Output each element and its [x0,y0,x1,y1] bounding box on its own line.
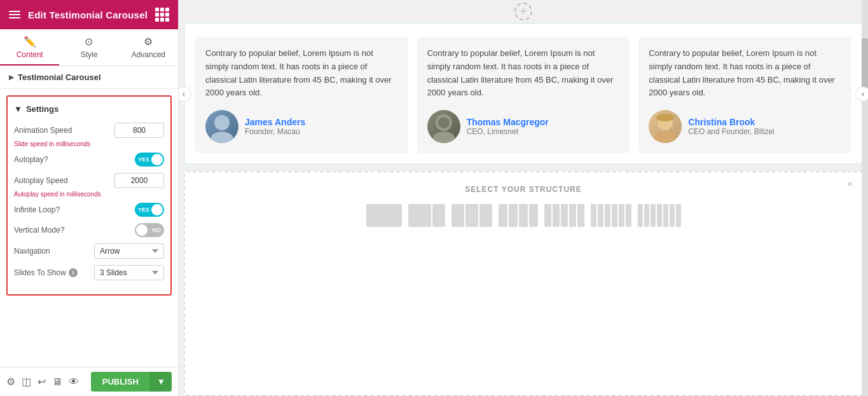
section-heading[interactable]: ▶ Testimonial Carousel [0,66,178,89]
carousel-nav-left[interactable]: ‹ [179,86,191,102]
avatar-james [205,110,238,143]
author-title-1: Founder, Macau [245,127,398,136]
autoplay-row: Autoplay? YES [14,153,164,167]
undo-icon[interactable]: ↩ [38,376,46,388]
autoplay-speed-input[interactable] [114,173,164,188]
tab-style-label: Style [81,50,98,59]
desktop-icon[interactable]: 🖥 [52,376,62,388]
carousel-card-3: Contrary to popular belief, Lorem Ipsum … [638,37,851,153]
panel-tabs: ✏️ Content ⊙ Style ⚙ Advanced [0,29,178,66]
carousel-area: ‹ Contrary to popular belief, Lorem Ipsu… [184,23,863,165]
navigation-label: Navigation [14,247,94,256]
structure-option-1col[interactable] [366,204,402,227]
avatar-christina [649,110,682,143]
scroll-thumb[interactable] [862,38,868,89]
navigation-row: Navigation Arrow Dot None [14,243,164,259]
card-text-2: Contrary to popular belief, Lorem Ipsum … [427,47,620,100]
eye-icon[interactable]: 👁 [69,376,79,388]
chevron-icon: ▶ [9,74,14,81]
structure-options [198,204,849,227]
tab-style[interactable]: ⊙ Style [59,29,118,65]
add-bar: + [179,0,868,23]
svg-point-4 [438,117,450,128]
vertical-mode-toggle-label: NO [153,227,162,233]
animation-speed-input[interactable] [114,123,164,138]
layers-icon[interactable]: ◫ [22,376,31,388]
settings-title-label: Settings [26,104,59,114]
hamburger-icon[interactable] [9,11,20,18]
animation-speed-label: Animation Speed [14,126,114,135]
left-panel: Edit Testimonial Carousel ✏️ Content ⊙ S… [0,0,179,396]
svg-point-6 [654,132,677,143]
publish-arrow-button[interactable]: ▼ [150,372,172,392]
right-panel: + ‹ Contrary to popular belief, Lorem Ip… [179,0,868,396]
card-author-2: Thomas Macgregor CEO, Limesnet [427,110,620,143]
autoplay-speed-hint: Autoplay speed in milliseconds [14,191,164,198]
close-structure-button[interactable]: × [847,179,853,190]
panel-header-title: Edit Testimonial Carousel [28,10,148,20]
slides-to-show-select[interactable]: 1 Slide 2 Slides 3 Slides 4 Slides [94,265,164,280]
author-name-1: James Anders [245,117,398,127]
add-section-button[interactable]: + [514,3,532,20]
tab-advanced-label: Advanced [132,50,165,59]
structure-option-4col[interactable] [499,204,538,227]
carousel-nav-right[interactable]: › [855,86,868,102]
carousel-card-2: Contrary to popular belief, Lorem Ipsum … [417,37,630,153]
tab-advanced[interactable]: ⚙ Advanced [119,29,178,65]
structure-option-7col[interactable] [638,204,681,227]
author-info-3: Christina Brook CEO and Founder, Bltizei [688,117,841,136]
autoplay-label: Autoplay? [14,155,135,164]
content-icon: ✏️ [24,36,36,48]
card-author-3: Christina Brook CEO and Founder, Bltizei [649,110,841,143]
slides-to-show-label: Slides To Show i [14,268,78,277]
svg-point-0 [214,115,230,130]
animation-hint: Slide speed in milliseconds [14,140,164,147]
section-heading-label: Testimonial Carousel [18,72,101,82]
vertical-mode-row: Vertical Mode? NO [14,223,164,237]
settings-title: ▼ Settings [14,104,164,114]
animation-speed-row: Animation Speed [14,123,164,138]
settings-gear-icon[interactable]: ⚙ [6,376,15,388]
vertical-mode-toggle[interactable]: NO [135,223,164,237]
autoplay-speed-row: Autoplay Speed [14,173,164,188]
style-icon: ⊙ [85,36,93,48]
bottom-toolbar: ⚙ ◫ ↩ 🖥 👁 PUBLISH ▼ [0,367,178,396]
panel-header: Edit Testimonial Carousel [0,0,178,29]
publish-button[interactable]: PUBLISH [91,372,150,392]
author-info-1: James Anders Founder, Macau [245,117,398,136]
vertical-mode-label: Vertical Mode? [14,226,135,235]
infinite-loop-toggle[interactable]: YES [135,203,164,217]
publish-btn-group: PUBLISH ▼ [91,372,172,392]
author-name-2: Thomas Macgregor [467,117,620,127]
advanced-icon: ⚙ [144,36,153,48]
scroll-bar[interactable] [862,0,868,396]
tab-content-label: Content [17,50,43,59]
grid-icon[interactable] [155,8,169,22]
structure-option-2col[interactable] [408,204,445,227]
avatar-thomas [427,110,460,143]
carousel-card-1: Contrary to popular belief, Lorem Ipsum … [195,37,408,153]
autoplay-toggle-label: YES [138,156,149,163]
infinite-loop-row: Infinite Loop? YES [14,203,164,217]
svg-point-7 [656,114,674,121]
structure-option-3col[interactable] [451,204,492,227]
card-text-3: Contrary to popular belief, Lorem Ipsum … [649,47,841,100]
autoplay-speed-label: Autoplay Speed [14,176,114,185]
infinite-loop-label: Infinite Loop? [14,205,135,214]
author-title-2: CEO, Limesnet [467,127,620,136]
card-author-1: James Anders Founder, Macau [205,110,398,143]
structure-option-5col[interactable] [544,204,584,227]
slides-to-show-row: Slides To Show i 1 Slide 2 Slides 3 Slid… [14,265,164,280]
settings-collapse-icon[interactable]: ▼ [14,104,22,114]
navigation-select[interactable]: Arrow Dot None [94,243,164,259]
author-title-3: CEO and Founder, Bltizei [688,127,841,136]
slides-info-icon[interactable]: i [69,268,78,277]
autoplay-toggle[interactable]: YES [135,153,164,167]
settings-box: ▼ Settings Animation Speed Slide speed i… [6,95,172,296]
select-structure: × SELECT YOUR STRUCTURE [184,171,863,396]
tab-content[interactable]: ✏️ Content [0,29,59,65]
select-structure-title: SELECT YOUR STRUCTURE [198,185,849,194]
infinite-loop-toggle-label: YES [138,207,149,213]
structure-option-6col[interactable] [591,204,631,227]
svg-point-1 [210,132,233,143]
